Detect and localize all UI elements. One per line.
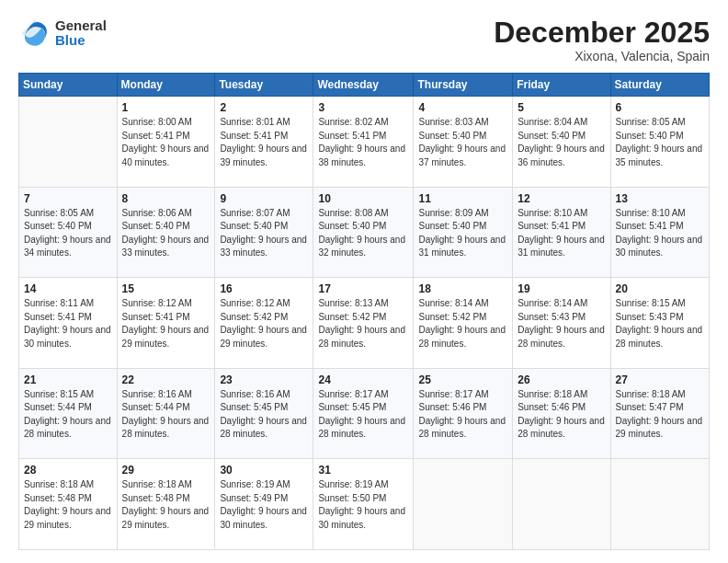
day-number: 28 (24, 464, 112, 477)
day-info: Sunrise: 8:17 AMSunset: 5:46 PMDaylight:… (418, 388, 507, 442)
day-info: Sunrise: 8:02 AMSunset: 5:41 PMDaylight:… (318, 116, 408, 169)
day-number: 14 (24, 282, 112, 295)
day-of-week-header: Saturday (610, 74, 709, 97)
day-number: 30 (220, 464, 308, 477)
logo-blue: Blue (55, 33, 107, 49)
day-number: 31 (318, 464, 408, 477)
calendar-cell: 30Sunrise: 8:19 AMSunset: 5:49 PMDayligh… (215, 459, 313, 550)
day-of-week-header: Tuesday (215, 74, 313, 97)
day-info: Sunrise: 8:16 AMSunset: 5:45 PMDaylight:… (220, 388, 308, 442)
calendar-cell: 16Sunrise: 8:12 AMSunset: 5:42 PMDayligh… (215, 278, 313, 369)
calendar-cell: 12Sunrise: 8:10 AMSunset: 5:41 PMDayligh… (513, 187, 610, 278)
day-number: 5 (518, 101, 605, 114)
calendar-page: General Blue December 2025 Xixona, Valen… (0, 0, 728, 563)
day-info: Sunrise: 8:17 AMSunset: 5:45 PMDaylight:… (318, 388, 408, 442)
day-info: Sunrise: 8:10 AMSunset: 5:41 PMDaylight:… (616, 207, 704, 260)
day-number: 13 (616, 192, 704, 205)
calendar-cell: 5Sunrise: 8:04 AMSunset: 5:40 PMDaylight… (513, 97, 610, 188)
day-info: Sunrise: 8:18 AMSunset: 5:46 PMDaylight:… (518, 388, 605, 442)
calendar-cell: 11Sunrise: 8:09 AMSunset: 5:40 PMDayligh… (414, 187, 513, 278)
day-info: Sunrise: 8:12 AMSunset: 5:41 PMDaylight:… (122, 297, 210, 350)
calendar-week-row: 1Sunrise: 8:00 AMSunset: 5:41 PMDaylight… (19, 97, 710, 188)
day-info: Sunrise: 8:09 AMSunset: 5:40 PMDaylight:… (418, 207, 507, 260)
calendar-cell: 7Sunrise: 8:05 AMSunset: 5:40 PMDaylight… (19, 187, 118, 278)
calendar-header: SundayMondayTuesdayWednesdayThursdayFrid… (19, 74, 710, 97)
day-number: 21 (24, 373, 112, 386)
day-number: 29 (122, 464, 210, 477)
location: Xixona, Valencia, Spain (494, 49, 710, 63)
calendar-cell (610, 459, 709, 550)
calendar-cell: 23Sunrise: 8:16 AMSunset: 5:45 PMDayligh… (215, 368, 313, 459)
day-info: Sunrise: 8:13 AMSunset: 5:42 PMDaylight:… (318, 297, 408, 350)
day-info: Sunrise: 8:18 AMSunset: 5:48 PMDaylight:… (24, 478, 112, 532)
calendar-cell: 31Sunrise: 8:19 AMSunset: 5:50 PMDayligh… (313, 459, 414, 550)
calendar-cell (19, 97, 118, 188)
day-number: 11 (418, 192, 507, 205)
day-info: Sunrise: 8:04 AMSunset: 5:40 PMDaylight:… (518, 116, 605, 169)
calendar-cell: 26Sunrise: 8:18 AMSunset: 5:46 PMDayligh… (513, 368, 610, 459)
day-of-week-header: Wednesday (313, 74, 414, 97)
logo-icon (18, 17, 51, 50)
day-number: 2 (220, 101, 308, 114)
day-number: 15 (122, 282, 210, 295)
day-info: Sunrise: 8:03 AMSunset: 5:40 PMDaylight:… (418, 116, 507, 169)
day-of-week-header: Sunday (19, 74, 118, 97)
calendar-cell: 13Sunrise: 8:10 AMSunset: 5:41 PMDayligh… (610, 187, 709, 278)
day-number: 12 (518, 192, 605, 205)
calendar-week-row: 7Sunrise: 8:05 AMSunset: 5:40 PMDaylight… (19, 187, 710, 278)
day-info: Sunrise: 8:05 AMSunset: 5:40 PMDaylight:… (24, 207, 112, 260)
calendar-cell (414, 459, 513, 550)
calendar-cell: 6Sunrise: 8:05 AMSunset: 5:40 PMDaylight… (610, 97, 709, 188)
calendar-body: 1Sunrise: 8:00 AMSunset: 5:41 PMDaylight… (19, 97, 710, 550)
day-info: Sunrise: 8:19 AMSunset: 5:50 PMDaylight:… (318, 478, 408, 532)
calendar-cell (513, 459, 610, 550)
calendar-week-row: 28Sunrise: 8:18 AMSunset: 5:48 PMDayligh… (19, 459, 710, 550)
calendar-cell: 19Sunrise: 8:14 AMSunset: 5:43 PMDayligh… (513, 278, 610, 369)
day-number: 1 (122, 101, 210, 114)
calendar-cell: 17Sunrise: 8:13 AMSunset: 5:42 PMDayligh… (313, 278, 414, 369)
day-info: Sunrise: 8:15 AMSunset: 5:44 PMDaylight:… (24, 388, 112, 442)
day-info: Sunrise: 8:19 AMSunset: 5:49 PMDaylight:… (220, 478, 308, 532)
calendar-cell: 1Sunrise: 8:00 AMSunset: 5:41 PMDaylight… (117, 97, 215, 188)
calendar-cell: 10Sunrise: 8:08 AMSunset: 5:40 PMDayligh… (313, 187, 414, 278)
calendar-table: SundayMondayTuesdayWednesdayThursdayFrid… (18, 73, 710, 550)
calendar-cell: 18Sunrise: 8:14 AMSunset: 5:42 PMDayligh… (414, 278, 513, 369)
calendar-cell: 8Sunrise: 8:06 AMSunset: 5:40 PMDaylight… (117, 187, 215, 278)
calendar-week-row: 21Sunrise: 8:15 AMSunset: 5:44 PMDayligh… (19, 368, 710, 459)
calendar-week-row: 14Sunrise: 8:11 AMSunset: 5:41 PMDayligh… (19, 278, 710, 369)
day-number: 24 (318, 373, 408, 386)
day-header-row: SundayMondayTuesdayWednesdayThursdayFrid… (19, 74, 710, 97)
day-number: 10 (318, 192, 408, 205)
day-number: 9 (220, 192, 308, 205)
day-of-week-header: Friday (513, 74, 610, 97)
calendar-cell: 3Sunrise: 8:02 AMSunset: 5:41 PMDaylight… (313, 97, 414, 188)
title-block: December 2025 Xixona, Valencia, Spain (494, 17, 710, 63)
day-number: 23 (220, 373, 308, 386)
day-info: Sunrise: 8:16 AMSunset: 5:44 PMDaylight:… (122, 388, 210, 442)
day-number: 22 (122, 373, 210, 386)
day-info: Sunrise: 8:11 AMSunset: 5:41 PMDaylight:… (24, 297, 112, 350)
calendar-cell: 22Sunrise: 8:16 AMSunset: 5:44 PMDayligh… (117, 368, 215, 459)
header: General Blue December 2025 Xixona, Valen… (18, 17, 710, 63)
day-info: Sunrise: 8:15 AMSunset: 5:43 PMDaylight:… (616, 297, 704, 350)
day-info: Sunrise: 8:00 AMSunset: 5:41 PMDaylight:… (122, 116, 210, 169)
calendar-cell: 28Sunrise: 8:18 AMSunset: 5:48 PMDayligh… (19, 459, 118, 550)
calendar-cell: 15Sunrise: 8:12 AMSunset: 5:41 PMDayligh… (117, 278, 215, 369)
day-info: Sunrise: 8:05 AMSunset: 5:40 PMDaylight:… (616, 116, 704, 169)
month-title: December 2025 (494, 17, 710, 49)
day-number: 25 (418, 373, 507, 386)
calendar-cell: 9Sunrise: 8:07 AMSunset: 5:40 PMDaylight… (215, 187, 313, 278)
logo: General Blue (18, 17, 107, 50)
day-info: Sunrise: 8:18 AMSunset: 5:47 PMDaylight:… (616, 388, 704, 442)
calendar-cell: 21Sunrise: 8:15 AMSunset: 5:44 PMDayligh… (19, 368, 118, 459)
day-of-week-header: Thursday (414, 74, 513, 97)
day-number: 8 (122, 192, 210, 205)
day-number: 26 (518, 373, 605, 386)
day-info: Sunrise: 8:18 AMSunset: 5:48 PMDaylight:… (122, 478, 210, 532)
logo-text: General Blue (55, 18, 107, 49)
day-number: 6 (616, 101, 704, 114)
calendar-cell: 4Sunrise: 8:03 AMSunset: 5:40 PMDaylight… (414, 97, 513, 188)
logo-general: General (55, 18, 107, 34)
day-info: Sunrise: 8:08 AMSunset: 5:40 PMDaylight:… (318, 207, 408, 260)
day-info: Sunrise: 8:14 AMSunset: 5:42 PMDaylight:… (418, 297, 507, 350)
